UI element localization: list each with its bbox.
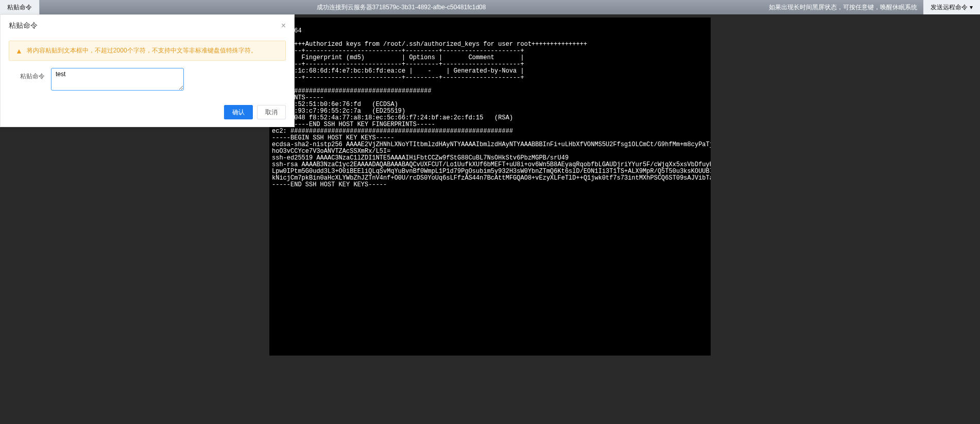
- modal-warning: ▲ 将内容粘贴到文本框中，不超过2000个字符，不支持中文等非标准键盘值特殊字符…: [9, 41, 286, 61]
- chevron-down-icon: ▾: [970, 4, 973, 11]
- header-bar: 粘贴命令 成功连接到云服务器3718579c-3b31-4892-afbe-c5…: [0, 0, 980, 14]
- modal-warning-text: 将内容粘贴到文本框中，不超过2000个字符，不支持中文等非标准键盘值特殊字符。: [27, 46, 257, 55]
- paste-field-label: 粘贴命令: [9, 68, 45, 81]
- modal-title: 粘贴命令: [9, 21, 38, 30]
- send-remote-command-button[interactable]: 发送远程命令 ▾: [923, 0, 980, 14]
- header-connection-status: 成功连接到云服务器3718579c-3b31-4892-afbe-c50481f…: [40, 0, 763, 14]
- form-row-paste: 粘贴命令: [9, 68, 286, 91]
- terminal-output[interactable]: n x86_64 +++++++++Authorized keys from /…: [269, 17, 711, 356]
- ok-button[interactable]: 确认: [224, 105, 253, 119]
- paste-command-modal: 粘贴命令 × ▲ 将内容粘贴到文本框中，不超过2000个字符，不支持中文等非标准…: [0, 14, 295, 127]
- header-hint: 如果出现长时间黑屏状态，可按任意键，唤醒休眠系统: [763, 0, 923, 14]
- modal-footer: 确认 取消: [1, 99, 294, 127]
- close-icon[interactable]: ×: [281, 21, 286, 30]
- warning-icon: ▲: [15, 47, 23, 55]
- modal-titlebar: 粘贴命令 ×: [1, 15, 294, 37]
- cancel-button[interactable]: 取消: [257, 105, 286, 119]
- header-left-tab[interactable]: 粘贴命令: [0, 0, 40, 14]
- paste-input[interactable]: [51, 68, 184, 91]
- send-remote-command-label: 发送远程命令: [931, 3, 968, 12]
